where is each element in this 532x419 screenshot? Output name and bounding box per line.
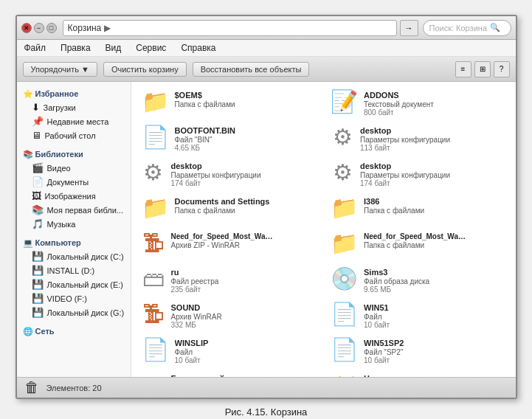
file-size: 4.65 КБ	[175, 144, 236, 152]
media-icon: ▶	[142, 374, 165, 377]
file-name: WINSLIP	[175, 339, 209, 347]
disk-image-icon: 💿	[331, 268, 358, 290]
change-view-button[interactable]: ≡	[455, 61, 471, 77]
file-item-new-folder[interactable]: 📁 Новая папка Папка с файлами	[326, 371, 510, 377]
file-size: 235 байт	[171, 285, 219, 294]
minimize-button[interactable]: −	[34, 23, 44, 33]
navigate-forward-button[interactable]: →	[400, 20, 418, 36]
file-item-sound[interactable]: 🗜 SOUND Архив WinRAR 332 МБ	[137, 300, 321, 333]
sidebar-section-favorites[interactable]: ⭐ Избранное	[17, 86, 131, 100]
file-name: desktop	[171, 162, 261, 170]
sidebar-item-desktop[interactable]: 🖥 Рабочий стол	[17, 128, 131, 142]
recent-icon: 📌	[32, 116, 44, 127]
window: ✕ − □ Корзина ▶ → Поиск: Корзина 🔍 Файл …	[15, 15, 517, 399]
file-size: 10 байт	[364, 321, 390, 329]
file-item-soems[interactable]: 📁 $OEM$ Папка с файлами	[137, 88, 321, 120]
cfg-icon: ⚙	[331, 162, 354, 184]
address-bar[interactable]: Корзина ▶	[63, 20, 397, 36]
file-item-i386[interactable]: 📁 I386 Папка с файлами	[326, 194, 510, 226]
file-type: Папка с файлами	[175, 100, 235, 108]
file-size: 800 байт	[364, 108, 434, 117]
file-name: desktop	[360, 162, 450, 170]
sidebar-item-documents[interactable]: 📄 Документы	[17, 175, 131, 189]
maximize-button[interactable]: □	[46, 23, 57, 33]
mylib-icon: 📚	[32, 204, 44, 215]
images-icon: 🖼	[32, 190, 41, 201]
sidebar-item-drive-d[interactable]: 💾 INSTALL (D:)	[17, 263, 131, 277]
search-box[interactable]: Поиск: Корзина 🔍	[423, 20, 511, 36]
file-item-sims3[interactable]: 💿 Sims3 Файл образа диска 9.65 МБ	[326, 265, 510, 297]
file-item-desktop3[interactable]: ⚙ desktop Параметры конфигурации 174 бай…	[326, 159, 510, 191]
downloads-icon: ⬇	[32, 102, 40, 113]
txt-icon: 📝	[331, 91, 358, 113]
file-type: Папка с файлами	[364, 241, 467, 249]
file-item-desktop2[interactable]: ⚙ desktop Параметры конфигурации 174 бай…	[137, 159, 321, 191]
window-controls: ✕ − □	[21, 23, 57, 33]
file-grid: 📁 $OEM$ Папка с файлами 📝 ADDONS Текстов…	[137, 88, 510, 377]
file-name: SOUND	[171, 303, 222, 312]
file-icon: 📄	[331, 303, 358, 325]
file-item-ru[interactable]: 🗃 ru Файл реестра 235 байт	[137, 265, 321, 297]
drive-e-icon: 💾	[32, 279, 44, 290]
file-item-desktop1[interactable]: ⚙ desktop Параметры конфигурации 113 бай…	[326, 123, 510, 156]
menu-help[interactable]: Справка	[178, 41, 218, 55]
organize-button[interactable]: Упорядочить ▼	[23, 62, 97, 77]
sidebar-item-mylib[interactable]: 📚 Моя первая библи...	[17, 203, 131, 217]
file-type: Архив ZIP - WinRAR	[171, 241, 274, 249]
sidebar-item-video[interactable]: 🎬 Видео	[17, 161, 131, 175]
file-item-bootfont[interactable]: 📄 BOOTFONT.BIN Файл "BIN" 4.65 КБ	[137, 123, 321, 156]
file-name: ADDONS	[364, 91, 434, 100]
sidebar-item-downloads[interactable]: ⬇ Загрузки	[17, 100, 131, 114]
help-button[interactable]: ?	[494, 61, 510, 77]
file-icon: 📄	[142, 339, 169, 361]
preview-pane-button[interactable]: ⊞	[474, 61, 491, 77]
file-icon: 📄	[331, 339, 358, 361]
file-item-addons[interactable]: 📝 ADDONS Текстовый документ 800 байт	[326, 88, 510, 120]
menu-bar: Файл Правка Вид Сервис Справка	[17, 40, 516, 57]
drive-c-icon: 💾	[32, 251, 44, 262]
file-size: 332 МБ	[171, 321, 222, 329]
menu-service[interactable]: Сервис	[133, 41, 169, 55]
file-size: 10 байт	[175, 356, 209, 364]
file-item-win51sp2[interactable]: 📄 WIN51SP2 Файл "SP2" 10 байт	[326, 336, 510, 368]
file-name: I386	[364, 197, 424, 206]
path-label: Корзина	[68, 23, 102, 33]
file-name: WIN51	[364, 303, 390, 312]
empty-recycle-bin-button[interactable]: Очистить корзину	[103, 62, 187, 77]
file-type: Текстовый документ	[364, 100, 434, 108]
sidebar-item-drive-c[interactable]: 💾 Локальный диск (C:)	[17, 249, 131, 263]
file-item-nfs1[interactable]: 🗜 Need_for_Speed_Most_Wanted_trn_19_2112…	[137, 229, 321, 262]
close-button[interactable]: ✕	[21, 23, 32, 33]
file-size: 174 байт	[171, 179, 261, 187]
menu-file[interactable]: Файл	[21, 41, 49, 55]
recycle-bin-status-icon: 🗑	[24, 379, 39, 396]
file-type: Файл	[364, 313, 390, 321]
file-item-playlist[interactable]: ▶ Безымянный список воспроизведения	[137, 371, 321, 377]
sidebar-section-libraries[interactable]: 📚 Библиотеки	[17, 147, 131, 161]
file-item-winslip[interactable]: 📄 WINSLIP Файл 10 байт	[137, 336, 321, 368]
sidebar-item-images[interactable]: 🖼 Изображения	[17, 189, 131, 203]
file-item-nfs2[interactable]: 📁 Need_for_Speed_Most_Wanted_trn_19_2112…	[326, 229, 510, 262]
menu-view[interactable]: Вид	[103, 41, 125, 55]
folder-icon: 📁	[142, 197, 169, 219]
sidebar-item-drive-e[interactable]: 💾 Локальный диск (E:)	[17, 277, 131, 291]
sidebar-section-computer[interactable]: 💻 Компьютер	[17, 235, 131, 249]
sidebar-item-drive-f[interactable]: 💾 VIDEO (F:)	[17, 291, 131, 305]
restore-all-button[interactable]: Восстановить все объекты	[193, 62, 310, 77]
status-bar: 🗑 Элементов: 20	[17, 377, 516, 398]
registry-icon: 🗃	[142, 268, 165, 290]
file-item-docs-and-settings[interactable]: 📁 Documents and Settings Папка с файлами	[137, 194, 321, 226]
file-name: Documents and Settings	[175, 197, 270, 206]
folder-icon: 📁	[142, 91, 169, 113]
menu-edit[interactable]: Правка	[58, 41, 94, 55]
sidebar-item-music[interactable]: 🎵 Музыка	[17, 217, 131, 231]
folder-icon: 📁	[331, 374, 358, 377]
file-size: 9.65 МБ	[364, 285, 429, 294]
file-item-win51[interactable]: 📄 WIN51 Файл 10 байт	[326, 300, 510, 333]
sidebar-section-network[interactable]: 🌐 Сеть	[17, 324, 131, 338]
file-type: Параметры конфигурации	[360, 171, 450, 179]
sidebar-item-recent[interactable]: 📌 Недавние места	[17, 114, 131, 128]
sidebar-item-drive-g[interactable]: 💾 Локальный диск (G:)	[17, 305, 131, 319]
file-type: Папка с файлами	[364, 207, 424, 215]
file-name: WIN51SP2	[364, 339, 404, 347]
